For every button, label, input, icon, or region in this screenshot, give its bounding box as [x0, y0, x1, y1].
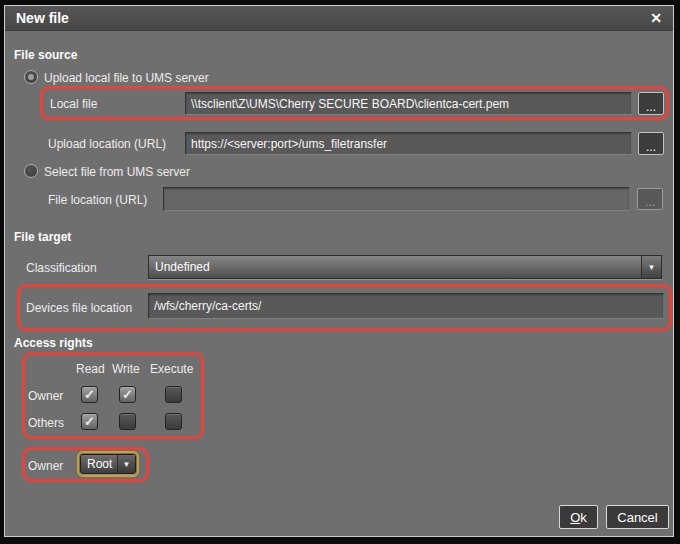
- upload-location-input[interactable]: [185, 132, 632, 155]
- close-icon[interactable]: ✕: [650, 11, 662, 25]
- owner-row-label: Owner: [28, 389, 63, 403]
- ok-button[interactable]: Ok: [559, 505, 598, 529]
- classification-select[interactable]: Undefined ▼: [148, 255, 662, 279]
- col-header-read: Read: [76, 362, 105, 376]
- devices-file-location-label: Devices file location: [26, 301, 132, 315]
- chevron-down-icon: ▼: [648, 263, 656, 272]
- owner-select-label: Owner: [28, 459, 63, 473]
- owner-select[interactable]: Root ▼: [80, 454, 136, 474]
- dialog-title: New file: [16, 10, 69, 26]
- local-file-label: Local file: [50, 97, 97, 111]
- owner-select-value: Root: [81, 455, 117, 473]
- file-target-header: File target: [14, 230, 71, 244]
- new-file-dialog: New file ✕ File source Upload local file…: [0, 0, 680, 544]
- select-from-ums-radio-label: Select file from UMS server: [44, 165, 190, 179]
- upload-local-radio[interactable]: [24, 70, 38, 84]
- file-location-label: File location (URL): [48, 193, 147, 207]
- others-execute-checkbox[interactable]: [165, 413, 182, 430]
- owner-read-checkbox[interactable]: ✓: [81, 386, 98, 403]
- classification-arrowbox[interactable]: ▼: [641, 256, 661, 278]
- classification-value: Undefined: [149, 256, 641, 278]
- upload-location-label: Upload location (URL): [48, 137, 166, 151]
- ok-button-label: Ok: [570, 510, 587, 525]
- select-from-ums-radio[interactable]: [24, 164, 38, 178]
- col-header-write: Write: [112, 362, 140, 376]
- owner-select-arrowbox[interactable]: ▼: [117, 455, 135, 473]
- file-location-browse-button: ...: [637, 188, 663, 210]
- classification-label: Classification: [26, 261, 97, 275]
- file-source-header: File source: [14, 48, 77, 62]
- upload-local-radio-label: Upload local file to UMS server: [44, 71, 209, 85]
- others-read-checkbox[interactable]: ✓: [81, 413, 98, 430]
- others-write-checkbox[interactable]: [119, 413, 136, 430]
- owner-execute-checkbox[interactable]: [165, 386, 182, 403]
- upload-location-browse-button[interactable]: ...: [638, 132, 664, 155]
- cancel-button[interactable]: Cancel: [606, 505, 669, 529]
- local-file-input[interactable]: [185, 92, 632, 115]
- access-rights-header: Access rights: [14, 336, 93, 350]
- title-bar: New file ✕: [5, 6, 673, 31]
- others-row-label: Others: [28, 416, 64, 430]
- cancel-button-label: Cancel: [617, 510, 657, 525]
- owner-write-checkbox[interactable]: ✓: [119, 386, 136, 403]
- devices-file-location-input[interactable]: [148, 293, 664, 319]
- file-location-input[interactable]: [163, 187, 630, 211]
- chevron-down-icon: ▼: [123, 460, 131, 469]
- local-file-browse-button[interactable]: ...: [638, 92, 664, 115]
- owner-select-focus-ring: Root ▼: [77, 451, 139, 477]
- col-header-execute: Execute: [150, 362, 193, 376]
